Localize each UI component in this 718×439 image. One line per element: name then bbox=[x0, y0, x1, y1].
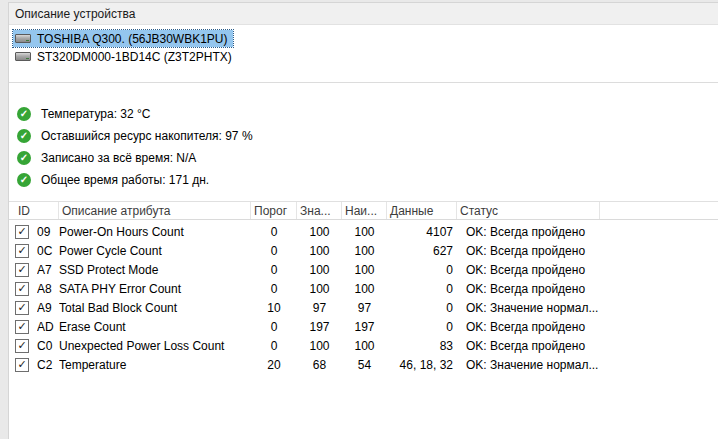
cell-data: 4107 bbox=[387, 225, 457, 239]
cell-attribute: Erase Count bbox=[59, 320, 251, 334]
table-row[interactable]: ✓ C2 Temperature 20 68 54 46, 18, 32 OK:… bbox=[9, 355, 718, 374]
table-row[interactable]: ✓ A8 SATA PHY Error Count 0 100 100 0 OK… bbox=[9, 279, 718, 298]
health-summary-label: Общее время работы: 171 дн. bbox=[41, 173, 209, 187]
device-label: ST320DM000-1BD14C (Z3T2PHTX) bbox=[37, 50, 232, 64]
cell-data: 83 bbox=[387, 339, 457, 353]
device-section-title: Описание устройства bbox=[15, 7, 135, 21]
cell-data: 627 bbox=[387, 244, 457, 258]
health-summary-item: ✓ Записано за всё время: N/A bbox=[17, 147, 718, 169]
column-header-status[interactable]: Статус bbox=[457, 202, 600, 219]
cell-attribute: SATA PHY Error Count bbox=[59, 282, 251, 296]
cell-attribute: SSD Protect Mode bbox=[59, 263, 251, 277]
cell-status: OK: Всегда пройдено bbox=[457, 225, 717, 239]
attribute-checkbox[interactable]: ✓ bbox=[15, 225, 29, 239]
table-row[interactable]: ✓ A9 Total Bad Block Count 10 97 97 0 OK… bbox=[9, 298, 718, 317]
cell-id: A8 bbox=[37, 282, 59, 296]
table-row[interactable]: ✓ C0 Unexpected Power Loss Count 0 100 1… bbox=[9, 336, 718, 355]
cell-data: 0 bbox=[387, 301, 457, 315]
cell-data: 46, 18, 32 bbox=[387, 358, 457, 372]
cell-value: 100 bbox=[297, 225, 342, 239]
device-list: TOSHIBA Q300. (56JB30WBK1PU) ST320DM000-… bbox=[9, 25, 718, 70]
cell-id: AD bbox=[37, 320, 59, 334]
smart-table-header-row: ID Описание атрибута Порог Зна... Наи...… bbox=[9, 201, 718, 220]
cell-worst: 100 bbox=[342, 282, 387, 296]
cell-data: 0 bbox=[387, 320, 457, 334]
cell-id: A9 bbox=[37, 301, 59, 315]
cell-status: OK: Всегда пройдено bbox=[457, 244, 717, 258]
attribute-checkbox[interactable]: ✓ bbox=[15, 301, 29, 315]
cell-worst: 100 bbox=[342, 244, 387, 258]
device-item[interactable]: ST320DM000-1BD14C (Z3T2PHTX) bbox=[13, 48, 237, 65]
cell-attribute: Temperature bbox=[59, 358, 251, 372]
table-row[interactable]: ✓ 09 Power-On Hours Count 0 100 100 4107… bbox=[9, 222, 718, 241]
health-summary-item: ✓ Температура: 32 °C bbox=[17, 103, 718, 125]
cell-data: 0 bbox=[387, 282, 457, 296]
device-section-header: Описание устройства bbox=[9, 3, 718, 25]
attribute-checkbox[interactable]: ✓ bbox=[15, 320, 29, 334]
cell-id: 0C bbox=[37, 244, 59, 258]
cell-status: OK: Всегда пройдено bbox=[457, 339, 717, 353]
attribute-checkbox[interactable]: ✓ bbox=[15, 244, 29, 258]
cell-status: OK: Значение нормал... bbox=[457, 301, 717, 315]
attribute-checkbox[interactable]: ✓ bbox=[15, 339, 29, 353]
cell-attribute: Power Cycle Count bbox=[59, 244, 251, 258]
cell-threshold: 20 bbox=[251, 358, 297, 372]
column-header-attribute[interactable]: Описание атрибута bbox=[59, 202, 251, 219]
cell-worst: 54 bbox=[342, 358, 387, 372]
smart-table-body: ✓ 09 Power-On Hours Count 0 100 100 4107… bbox=[9, 220, 718, 374]
attribute-checkbox[interactable]: ✓ bbox=[15, 263, 29, 277]
cell-worst: 100 bbox=[342, 225, 387, 239]
cell-id: A7 bbox=[37, 263, 59, 277]
column-header-worst[interactable]: Наи... bbox=[342, 202, 387, 219]
cell-worst: 100 bbox=[342, 263, 387, 277]
app-window: Описание устройства TOSHIBA Q300. (56JB3… bbox=[8, 2, 718, 439]
cell-attribute: Power-On Hours Count bbox=[59, 225, 251, 239]
cell-value: 100 bbox=[297, 244, 342, 258]
cell-threshold: 0 bbox=[251, 244, 297, 258]
health-summary-item: ✓ Общее время работы: 171 дн. bbox=[17, 169, 718, 191]
attribute-checkbox[interactable]: ✓ bbox=[15, 282, 29, 296]
cell-threshold: 0 bbox=[251, 225, 297, 239]
health-summary-item: ✓ Оставшийся ресурс накопителя: 97 % bbox=[17, 125, 718, 147]
table-row[interactable]: ✓ A7 SSD Protect Mode 0 100 100 0 OK: Вс… bbox=[9, 260, 718, 279]
health-summary-label: Оставшийся ресурс накопителя: 97 % bbox=[41, 129, 253, 143]
cell-data: 0 bbox=[387, 263, 457, 277]
health-summary-label: Записано за всё время: N/A bbox=[41, 151, 196, 165]
cell-worst: 100 bbox=[342, 339, 387, 353]
health-summary-label: Температура: 32 °C bbox=[41, 107, 151, 121]
cell-threshold: 0 bbox=[251, 339, 297, 353]
disk-drive-icon bbox=[15, 52, 31, 61]
table-row[interactable]: ✓ 0C Power Cycle Count 0 100 100 627 OK:… bbox=[9, 241, 718, 260]
cell-status: OK: Значение нормал... bbox=[457, 358, 717, 372]
cell-worst: 97 bbox=[342, 301, 387, 315]
cell-value: 97 bbox=[297, 301, 342, 315]
cell-value: 100 bbox=[297, 282, 342, 296]
cell-value: 100 bbox=[297, 263, 342, 277]
column-header-id[interactable]: ID bbox=[15, 202, 59, 219]
cell-worst: 197 bbox=[342, 320, 387, 334]
cell-value: 197 bbox=[297, 320, 342, 334]
cell-threshold: 0 bbox=[251, 263, 297, 277]
cell-status: OK: Всегда пройдено bbox=[457, 320, 717, 334]
check-circle-icon: ✓ bbox=[17, 151, 31, 165]
cell-value: 100 bbox=[297, 339, 342, 353]
cell-id: 09 bbox=[37, 225, 59, 239]
disk-drive-icon bbox=[15, 34, 31, 43]
smart-attribute-table: ID Описание атрибута Порог Зна... Наи...… bbox=[9, 201, 718, 374]
column-header-data[interactable]: Данные bbox=[387, 202, 457, 219]
cell-threshold: 0 bbox=[251, 320, 297, 334]
cell-status: OK: Всегда пройдено bbox=[457, 282, 717, 296]
column-header-value[interactable]: Зна... bbox=[297, 202, 342, 219]
cell-status: OK: Всегда пройдено bbox=[457, 263, 717, 277]
cell-id: C0 bbox=[37, 339, 59, 353]
table-row[interactable]: ✓ AD Erase Count 0 197 197 0 OK: Всегда … bbox=[9, 317, 718, 336]
attribute-checkbox[interactable]: ✓ bbox=[15, 358, 29, 372]
check-circle-icon: ✓ bbox=[17, 107, 31, 121]
cell-attribute: Total Bad Block Count bbox=[59, 301, 251, 315]
device-item[interactable]: TOSHIBA Q300. (56JB30WBK1PU) bbox=[13, 30, 233, 47]
cell-threshold: 0 bbox=[251, 282, 297, 296]
column-header-threshold[interactable]: Порог bbox=[251, 202, 297, 219]
check-circle-icon: ✓ bbox=[17, 129, 31, 143]
cell-threshold: 10 bbox=[251, 301, 297, 315]
cell-id: C2 bbox=[37, 358, 59, 372]
